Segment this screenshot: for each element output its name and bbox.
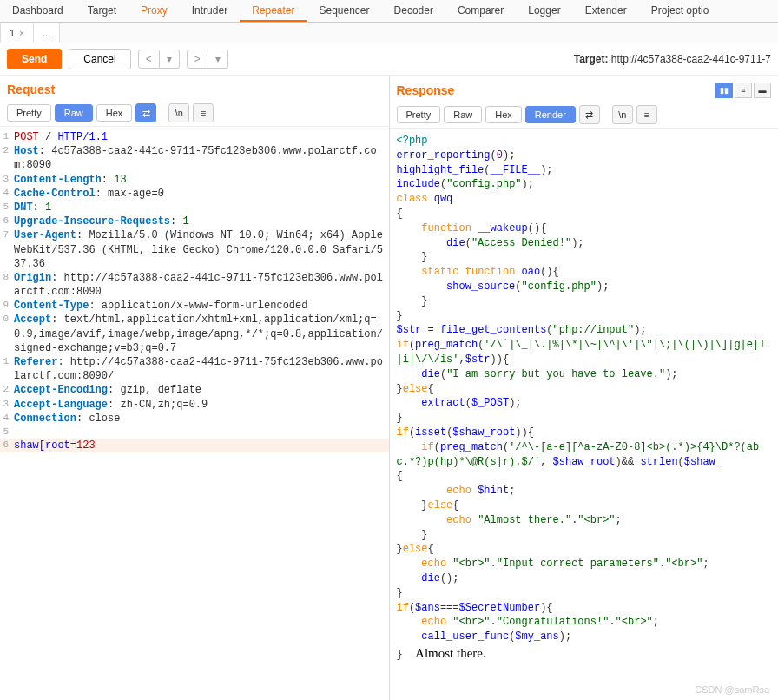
tab-project-optio[interactable]: Project optio (639, 0, 722, 22)
newline-icon[interactable]: ⇄ (579, 105, 600, 124)
request-body[interactable]: 1POST / HTTP/1.12Host: 4c57a388-caa2-441… (0, 127, 389, 700)
layout-rows-icon[interactable]: ≡ (735, 83, 752, 98)
subtab-1[interactable]: 1× (0, 23, 34, 43)
layout-columns-icon[interactable]: ▮▮ (715, 83, 733, 98)
fmt-pretty[interactable]: Pretty (7, 104, 51, 122)
close-icon[interactable]: × (19, 29, 24, 38)
fmt-hex[interactable]: Hex (96, 104, 133, 122)
fmt-render[interactable]: Render (525, 106, 576, 123)
tab-intruder[interactable]: Intruder (180, 0, 240, 22)
menu-icon[interactable]: ≡ (636, 105, 657, 124)
fmt-pretty[interactable]: Pretty (397, 106, 441, 123)
tab-extender[interactable]: Extender (573, 0, 639, 22)
fmt-hex[interactable]: Hex (485, 106, 522, 123)
subtab-...[interactable]: ... (33, 23, 60, 43)
prev-button[interactable]: < (138, 50, 160, 69)
response-title: Response (397, 83, 455, 97)
tab-target[interactable]: Target (76, 0, 129, 22)
newline-icon[interactable]: ⇄ (135, 103, 156, 122)
prev-dd[interactable]: ▾ (160, 50, 180, 69)
layout-icons: ▮▮ ≡ ▬ (715, 83, 771, 98)
wrap-icon[interactable]: \n (168, 103, 189, 122)
request-pane: Request PrettyRawHex⇄\n≡ 1POST / HTTP/1.… (0, 76, 390, 700)
response-pane: Response ▮▮ ≡ ▬ PrettyRawHexRender⇄\n≡ <… (390, 76, 779, 700)
toolbar: Send Cancel < ▾ > ▾ Target: http://4c57a… (0, 43, 778, 76)
fmt-raw[interactable]: Raw (444, 106, 482, 123)
watermark: CSDN @samRsa (695, 684, 769, 695)
tab-sequencer[interactable]: Sequencer (307, 0, 382, 22)
sub-tabs: 1×... (0, 23, 778, 43)
wrap-icon[interactable]: \n (612, 105, 633, 124)
request-title: Request (7, 83, 55, 96)
target-label: Target: http://4c57a388-caa2-441c-9711-7 (574, 53, 771, 65)
send-button[interactable]: Send (7, 49, 62, 69)
next-button[interactable]: > (187, 50, 208, 69)
tab-logger[interactable]: Logger (516, 0, 572, 22)
fmt-raw[interactable]: Raw (55, 104, 93, 122)
tab-comparer[interactable]: Comparer (445, 0, 516, 22)
layout-single-icon[interactable]: ▬ (754, 83, 771, 98)
next-dd[interactable]: ▾ (208, 50, 228, 69)
tab-repeater[interactable]: Repeater (240, 0, 307, 22)
tab-decoder[interactable]: Decoder (382, 0, 445, 22)
response-format-row: PrettyRawHexRender⇄\n≡ (390, 102, 779, 129)
menu-icon[interactable]: ≡ (193, 103, 214, 122)
cancel-button[interactable]: Cancel (69, 49, 130, 69)
main-tabs: DashboardTargetProxyIntruderRepeaterSequ… (0, 0, 778, 23)
request-format-row: PrettyRawHex⇄\n≡ (0, 100, 389, 127)
tab-dashboard[interactable]: Dashboard (0, 0, 76, 22)
tab-proxy[interactable]: Proxy (129, 0, 180, 22)
response-body[interactable]: <?php error_reporting(0); highlight_file… (390, 129, 779, 700)
